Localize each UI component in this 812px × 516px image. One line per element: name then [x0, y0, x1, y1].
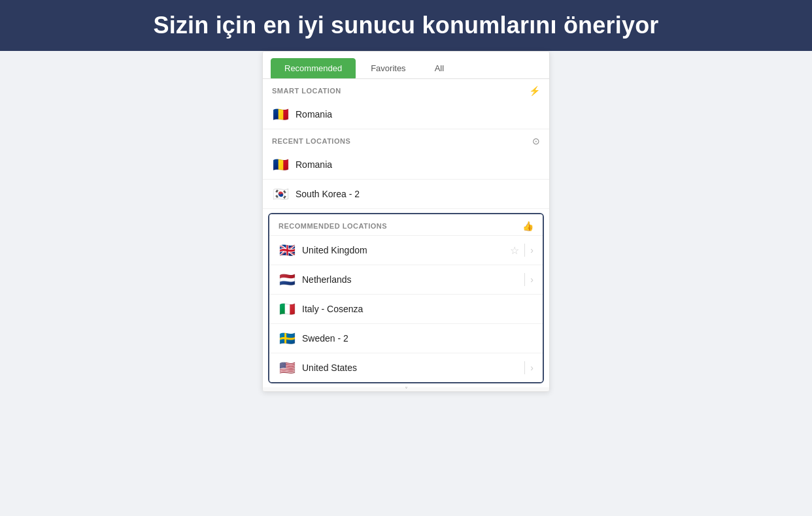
flag-south-korea: 🇰🇷 — [272, 186, 289, 202]
location-name-sweden: Sweden - 2 — [302, 333, 533, 344]
recommended-location-uk[interactable]: 🇬🇧 United Kingdom ☆ › — [269, 236, 543, 265]
flag-italy: 🇮🇹 — [279, 301, 296, 317]
location-name-us: United States — [302, 363, 515, 373]
chevron-down-icon: ˅ — [405, 386, 408, 393]
recommended-location-netherlands[interactable]: 🇳🇱 Netherlands › — [269, 265, 543, 295]
chevron-right-icon-us[interactable]: › — [530, 363, 533, 373]
smart-location-header: SMART LOCATION ⚡ — [263, 79, 549, 100]
chevron-right-icon-netherlands[interactable]: › — [530, 274, 533, 285]
flag-us: 🇺🇸 — [279, 360, 296, 376]
location-name-romania-recent: Romania — [296, 159, 540, 170]
location-name-uk: United Kingdom — [302, 245, 503, 255]
chevron-right-icon-uk[interactable]: › — [530, 245, 533, 255]
smart-location-label: SMART LOCATION — [272, 87, 341, 95]
location-name-italy: Italy - Cosenza — [302, 304, 533, 314]
flag-uk: 🇬🇧 — [279, 242, 296, 258]
recommended-locations-label: RECOMMENDED LOCATIONS — [279, 222, 387, 230]
tabs-container: Recommended Favorites All — [263, 52, 549, 79]
clock-icon: ⊙ — [532, 136, 540, 146]
location-name-netherlands: Netherlands — [302, 274, 515, 285]
recent-locations-label: RECENT LOCATIONS — [272, 137, 350, 145]
recent-location-romania[interactable]: 🇷🇴 Romania — [263, 150, 549, 180]
divider-us — [524, 361, 525, 374]
tab-all[interactable]: All — [421, 58, 458, 78]
flag-sweden: 🇸🇪 — [279, 331, 296, 346]
flag-netherlands: 🇳🇱 — [279, 272, 296, 287]
divider-netherlands — [524, 273, 525, 286]
bolt-icon: ⚡ — [529, 86, 540, 96]
divider-uk — [524, 244, 525, 257]
star-icon-uk[interactable]: ☆ — [510, 244, 519, 257]
recommended-location-sweden[interactable]: 🇸🇪 Sweden - 2 — [269, 324, 543, 353]
recent-location-south-korea[interactable]: 🇰🇷 South Korea - 2 — [263, 180, 549, 209]
recommended-location-italy[interactable]: 🇮🇹 Italy - Cosenza — [269, 295, 543, 324]
flag-romania-smart: 🇷🇴 — [272, 106, 289, 122]
header-title: Sizin için en iyi sunucu konumlarını öne… — [153, 12, 658, 39]
smart-location-romania[interactable]: 🇷🇴 Romania — [263, 100, 549, 129]
netherlands-actions: › — [522, 273, 533, 286]
recommended-location-us[interactable]: 🇺🇸 United States › — [269, 353, 543, 382]
header-banner: Sizin için en iyi sunucu konumlarını öne… — [0, 0, 812, 51]
thumbs-up-icon: 👍 — [522, 221, 533, 231]
tab-recommended[interactable]: Recommended — [271, 58, 356, 78]
recommended-locations-box: RECOMMENDED LOCATIONS 👍 🇬🇧 United Kingdo… — [268, 213, 544, 383]
recommended-locations-header: RECOMMENDED LOCATIONS 👍 — [269, 214, 543, 236]
main-content: Recommended Favorites All SMART LOCATION… — [0, 51, 812, 516]
us-actions: › — [522, 361, 533, 374]
tab-favorites[interactable]: Favorites — [357, 58, 419, 78]
recent-locations-header: RECENT LOCATIONS ⊙ — [263, 129, 549, 150]
location-name-romania-smart: Romania — [296, 109, 540, 120]
vpn-panel: Recommended Favorites All SMART LOCATION… — [262, 51, 550, 392]
location-name-south-korea: South Korea - 2 — [296, 189, 540, 199]
scroll-bottom: ˅ — [263, 387, 549, 391]
flag-romania-recent: 🇷🇴 — [272, 157, 289, 172]
uk-actions: ☆ › — [510, 244, 533, 257]
